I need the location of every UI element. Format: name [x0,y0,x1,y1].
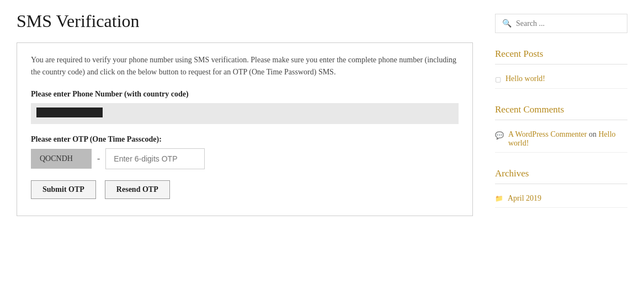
phone-label: Please enter Phone Number (with country … [31,90,459,99]
verification-box: You are required to verify your phone nu… [17,42,473,216]
main-content: SMS Verification You are required to ver… [17,11,473,227]
recent-posts-title: Recent Posts [495,49,627,64]
phone-display [36,108,103,117]
description-text: You are required to verify your phone nu… [31,54,459,79]
archive-item: 📁 April 2019 [495,190,627,208]
button-row: Submit OTP Resend OTP [31,180,459,199]
phone-input-wrapper [31,103,459,124]
archives-section: Archives 📁 April 2019 [495,168,627,208]
archive-link[interactable]: April 2019 [508,194,541,203]
comment-text: A WordPress Commenter on Hello world! [508,130,627,148]
archives-title: Archives [495,168,627,184]
recent-posts-section: Recent Posts ▢ Hello world! [495,49,627,89]
post-link[interactable]: Hello world! [505,74,545,83]
recent-comments-title: Recent Comments [495,104,627,120]
sidebar: 🔍 Recent Posts ▢ Hello world! Recent Com… [495,11,627,227]
search-box[interactable]: 🔍 [495,14,627,33]
otp-input[interactable] [105,148,205,169]
comment-item: 💬 A WordPress Commenter on Hello world! [495,126,627,153]
submit-otp-button[interactable]: Submit OTP [31,180,96,199]
otp-separator: - [97,154,100,164]
comment-action: on [587,130,599,138]
post-icon: ▢ [495,76,501,84]
captcha-display: QOCNDH [31,149,92,169]
archive-icon: 📁 [495,195,503,203]
otp-label: Please enter OTP (One Time Passcode): [31,135,459,144]
otp-row: QOCNDH - [31,148,459,169]
search-icon: 🔍 [502,19,512,28]
search-input[interactable] [516,19,620,28]
comment-author-link[interactable]: A WordPress Commenter [508,130,587,138]
post-item: ▢ Hello world! [495,70,627,89]
page-title: SMS Verification [17,11,473,31]
comment-icon: 💬 [495,131,504,140]
recent-comments-section: Recent Comments 💬 A WordPress Commenter … [495,104,627,153]
resend-otp-button[interactable]: Resend OTP [105,180,170,199]
